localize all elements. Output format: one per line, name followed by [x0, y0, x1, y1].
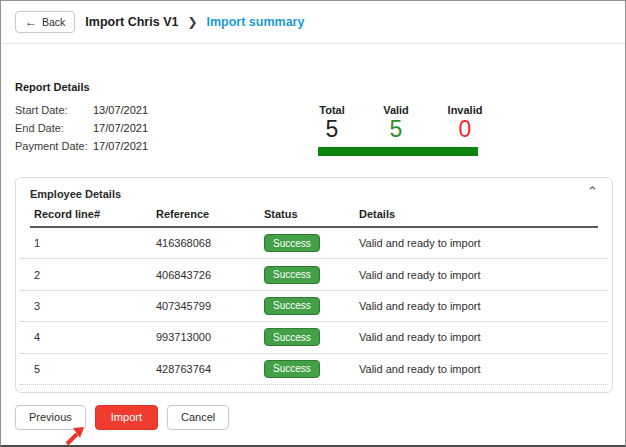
start-date-value: 13/07/2021 — [93, 104, 148, 116]
start-date-row: Start Date: 13/07/2021 — [15, 101, 148, 119]
end-date-label: End Date: — [15, 122, 93, 134]
column-header-status: Status — [264, 208, 298, 220]
record-line-value: 3 — [34, 300, 40, 312]
stat-invalid: Invalid 0 — [443, 104, 487, 142]
stat-total-value: 5 — [313, 117, 351, 142]
header-bar: ← Back Import Chris V1 ❯ Import summary — [1, 1, 625, 44]
chevron-right-icon: ❯ — [187, 15, 197, 29]
details-text: Valid and ready to import — [359, 363, 480, 375]
import-summary-screen: ← Back Import Chris V1 ❯ Import summary … — [0, 0, 626, 447]
stat-valid: Valid 5 — [377, 104, 415, 142]
details-text: Valid and ready to import — [359, 331, 480, 343]
record-line-value: 5 — [34, 363, 40, 375]
status-badge: Success — [264, 266, 320, 284]
reference-value: 428763764 — [156, 363, 211, 375]
end-date-row: End Date: 17/07/2021 — [15, 119, 148, 137]
details-text: Valid and ready to import — [359, 269, 480, 281]
record-line-value: 2 — [34, 269, 40, 281]
employee-details-panel: Employee Details ⌃ Record line# Referenc… — [15, 177, 613, 393]
breadcrumb-title: Import Chris V1 — [85, 15, 178, 29]
stat-total-label: Total — [313, 104, 351, 116]
reference-value: 406843726 — [156, 269, 211, 281]
column-header-details: Details — [359, 208, 395, 220]
report-dates: Start Date: 13/07/2021 End Date: 17/07/2… — [15, 101, 148, 155]
stat-valid-label: Valid — [377, 104, 415, 116]
column-header-reference: Reference — [156, 208, 209, 220]
collapse-chevron-up-icon[interactable]: ⌃ — [587, 184, 598, 199]
payment-date-label: Payment Date: — [15, 140, 93, 152]
reference-value: 993713000 — [156, 331, 211, 343]
table-row: 4 993713000 Success Valid and ready to i… — [20, 322, 608, 353]
table-row: 5 428763764 Success Valid and ready to i… — [20, 354, 608, 385]
payment-date-row: Payment Date: 17/07/2021 — [15, 137, 148, 155]
previous-button[interactable]: Previous — [15, 405, 86, 430]
valid-progress-bar — [318, 147, 478, 156]
report-details-heading: Report Details — [15, 81, 90, 93]
reference-value: 416368068 — [156, 237, 211, 249]
table-row: 1 416368068 Success Valid and ready to i… — [20, 228, 608, 259]
record-line-value: 1 — [34, 237, 40, 249]
back-button-label: Back — [42, 16, 65, 28]
reference-value: 407345799 — [156, 300, 211, 312]
table-row: 2 406843726 Success Valid and ready to i… — [20, 259, 608, 290]
employee-details-title: Employee Details — [30, 188, 121, 200]
stat-invalid-label: Invalid — [443, 104, 487, 116]
back-arrow-icon: ← — [25, 16, 37, 28]
status-badge: Success — [264, 360, 320, 378]
table-row: 3 407345799 Success Valid and ready to i… — [20, 291, 608, 322]
details-text: Valid and ready to import — [359, 300, 480, 312]
payment-date-value: 17/07/2021 — [93, 140, 148, 152]
status-badge: Success — [264, 234, 320, 252]
breadcrumb-current-page: Import summary — [206, 15, 304, 29]
footer-button-bar: Previous Import Cancel — [15, 405, 229, 430]
back-button[interactable]: ← Back — [15, 11, 75, 33]
end-date-value: 17/07/2021 — [93, 122, 148, 134]
record-line-value: 4 — [34, 331, 40, 343]
column-header-record-line: Record line# — [34, 208, 100, 220]
stat-valid-value: 5 — [377, 117, 415, 142]
status-badge: Success — [264, 328, 320, 346]
table-body: 1 416368068 Success Valid and ready to i… — [20, 228, 608, 385]
stat-invalid-value: 0 — [443, 117, 487, 142]
details-text: Valid and ready to import — [359, 237, 480, 249]
start-date-label: Start Date: — [15, 104, 93, 116]
status-badge: Success — [264, 297, 320, 315]
table-header-row: Record line# Reference Status Details — [30, 208, 598, 228]
import-button[interactable]: Import — [95, 405, 158, 430]
employee-details-header: Employee Details ⌃ — [16, 178, 612, 208]
stat-total: Total 5 — [313, 104, 351, 142]
cancel-button[interactable]: Cancel — [167, 405, 229, 430]
